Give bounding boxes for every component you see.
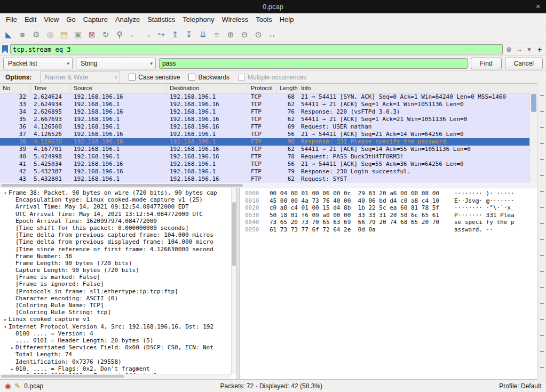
scrollbar-thumb[interactable] <box>1 184 243 187</box>
close-window-button[interactable]: × <box>533 2 543 11</box>
resize-columns-icon[interactable]: ↔ <box>266 28 279 41</box>
zoom-out-icon[interactable]: ⊖ <box>238 28 251 41</box>
detail-line[interactable]: Frame Length: 90 bytes (720 bits) <box>0 260 236 267</box>
zoom-original-icon[interactable]: ⊙ <box>252 28 265 41</box>
menu-item-statistics[interactable]: Statistics <box>144 14 179 25</box>
detail-line[interactable]: ▸Differentiated Services Field: 0x00 (DS… <box>0 344 236 351</box>
hex-row[interactable]: 0020c0 a8 c4 01 00 15 d4 8b 1b 22 5c ea … <box>245 204 537 212</box>
detail-line[interactable]: [Time delta from previous displayed fram… <box>0 238 236 245</box>
details-hscrollbar[interactable] <box>0 374 232 379</box>
column-header-no[interactable]: No. <box>0 84 31 93</box>
packet-row[interactable]: 342.626895192.168.196.16192.168.196.1FTP… <box>0 108 530 116</box>
scrollbar-thumb[interactable] <box>1 375 124 378</box>
capture-comment-icon[interactable]: ✎ <box>14 382 20 390</box>
find-input[interactable] <box>159 58 468 69</box>
packet-row[interactable]: 415.425034192.168.196.16192.168.196.1TCP… <box>0 161 530 168</box>
menu-item-capture[interactable]: Capture <box>80 14 112 25</box>
packet-row[interactable]: 425.432387192.168.196.16192.168.196.1FTP… <box>0 168 530 175</box>
clear-filter-icon[interactable]: ⊗ <box>505 45 513 53</box>
multiple-occurrences-checkbox[interactable]: Multiple occurrences <box>238 74 306 81</box>
add-filter-button[interactable]: + <box>535 45 544 54</box>
menu-item-file[interactable]: File <box>2 14 21 25</box>
column-header-info[interactable]: Info <box>298 84 537 93</box>
find-scope-select[interactable]: Packet list <box>3 58 73 69</box>
expert-info-icon[interactable]: ◉ <box>5 382 11 390</box>
display-filter-input[interactable] <box>10 44 503 54</box>
menu-item-edit[interactable]: Edit <box>21 14 40 25</box>
go-last-icon[interactable]: ↧ <box>183 28 195 41</box>
detail-line[interactable]: Total Length: 74 <box>0 351 236 358</box>
filter-bookmark-icon[interactable] <box>2 45 8 53</box>
detail-line[interactable]: ▸Linux cooked capture v1 <box>0 316 236 323</box>
column-header-source[interactable]: Source <box>71 84 167 93</box>
go-to-packet-icon[interactable]: ↪ <box>155 28 168 41</box>
packet-row[interactable]: 405.424998192.168.196.1192.168.196.16FTP… <box>0 153 530 161</box>
cancel-button[interactable]: Cancel <box>505 58 543 69</box>
zoom-in-icon[interactable]: ⊕ <box>224 28 237 41</box>
capture-options-icon[interactable]: ⚙ <box>30 28 43 41</box>
expander-closed-icon[interactable]: ▸ <box>9 366 15 372</box>
detail-line[interactable]: [Time since reference or first frame: 4.… <box>0 246 236 253</box>
detail-line[interactable]: Identification: 0x7376 (29558) <box>0 358 236 365</box>
reload-file-icon[interactable]: ↻ <box>99 28 112 41</box>
detail-line[interactable]: ▸010. .... = Flags: 0x2, Don't fragment <box>0 365 236 372</box>
packet-row[interactable]: 322.624624192.168.196.16192.168.196.1TCP… <box>0 93 530 101</box>
filter-dropdown-icon[interactable]: ▾ <box>525 45 533 53</box>
hex-row[interactable]: 003050 18 01 f6 09 a0 00 00 33 33 31 20 … <box>245 212 537 219</box>
case-sensitive-checkbox[interactable]: Case sensitive <box>129 74 180 81</box>
packet-list-hscrollbar[interactable] <box>0 183 537 188</box>
hex-row[interactable]: 005061 73 73 77 6f 72 64 2e 0d 0aassword… <box>245 226 537 234</box>
column-header-length[interactable]: Length <box>277 84 298 93</box>
detail-line[interactable]: [Frame is marked: False] <box>0 274 236 281</box>
detail-line[interactable]: Frame Number: 38 <box>0 253 236 260</box>
menu-item-help[interactable]: Help <box>276 14 298 25</box>
hex-row[interactable]: 001045 00 00 4a 73 76 40 00 40 06 bd d4 … <box>245 197 537 205</box>
detail-line[interactable]: Character encoding: ASCII (0) <box>0 295 236 302</box>
packet-row[interactable]: 352.667693192.168.196.1192.168.196.16TCP… <box>0 116 530 123</box>
packet-row[interactable]: 435.432801192.168.196.1192.168.196.16FTP… <box>0 175 530 183</box>
detail-line[interactable]: Encapsulation type: Linux cooked-mode ca… <box>0 196 236 203</box>
detail-line[interactable]: [Frame is ignored: False] <box>0 281 236 287</box>
scrollbar-thumb[interactable] <box>531 94 536 112</box>
start-capture-icon[interactable]: ◣ <box>2 28 15 41</box>
column-header-destination[interactable]: Destination <box>167 84 248 93</box>
detail-line[interactable]: .... 0101 = Header Length: 20 bytes (5) <box>0 337 236 344</box>
packet-row[interactable]: 384.126630192.168.196.16192.168.196.1FTP… <box>0 138 530 146</box>
detail-line[interactable]: Capture Length: 90 bytes (720 bits) <box>0 267 236 274</box>
restart-capture-icon[interactable]: ◎ <box>44 28 57 41</box>
column-header-protocol[interactable]: Protocol <box>248 84 277 93</box>
save-file-icon[interactable]: ▣ <box>72 28 84 41</box>
detail-line[interactable]: [Time delta from previous captured frame… <box>0 231 236 238</box>
menu-item-analyze[interactable]: Analyze <box>112 14 144 25</box>
auto-scroll-icon[interactable]: ⇊ <box>196 28 209 41</box>
detail-line[interactable]: ▾Frame 38: Packet, 90 bytes on wire (720… <box>0 189 236 196</box>
go-forward-icon[interactable]: → <box>141 28 154 41</box>
go-first-icon[interactable]: ↥ <box>169 28 181 41</box>
packet-row[interactable]: 364.126500192.168.196.1192.168.196.16FTP… <box>0 123 530 131</box>
column-header-time[interactable]: Time <box>31 84 71 93</box>
packet-row[interactable]: 394.167701192.168.196.1192.168.196.16TCP… <box>0 146 530 153</box>
scrollbar-thumb[interactable] <box>232 202 236 266</box>
hex-row[interactable]: 004073 65 20 73 70 65 63 69 66 79 20 74 … <box>245 219 537 226</box>
go-back-icon[interactable]: ← <box>127 28 140 41</box>
detail-line[interactable]: [Time shift for this packet: 0.000000000… <box>0 225 236 231</box>
find-packet-icon[interactable]: ⚲ <box>113 28 126 41</box>
detail-line[interactable]: [Protocols in frame: sll:ethertype:ip:tc… <box>0 288 236 295</box>
statusbar-profile[interactable]: Profile: Default <box>499 382 541 390</box>
expander-closed-icon[interactable]: ▸ <box>2 316 9 323</box>
detail-line[interactable]: 0100 .... = Version: 4 <box>0 330 236 337</box>
expander-open-icon[interactable]: ▾ <box>2 190 9 196</box>
packet-list-scrollbar[interactable] <box>529 93 537 183</box>
charset-select[interactable]: Narrow & Wide <box>40 71 120 83</box>
details-vscrollbar[interactable] <box>231 188 236 374</box>
hex-row[interactable]: 000000 04 00 01 00 06 00 0c 29 83 20 a6 … <box>245 190 537 197</box>
expander-open-icon[interactable]: ▾ <box>2 324 9 330</box>
menu-item-tools[interactable]: Tools <box>252 14 275 25</box>
menu-item-telephony[interactable]: Telephony <box>179 14 218 25</box>
close-file-icon[interactable]: ⊠ <box>85 28 98 41</box>
menu-item-view[interactable]: View <box>40 14 62 25</box>
detail-line[interactable]: [Coloring Rule String: tcp] <box>0 309 236 316</box>
packet-row[interactable]: 374.126526192.168.196.16192.168.196.1TCP… <box>0 131 530 138</box>
packet-row[interactable]: 332.624934192.168.196.1192.168.196.16TCP… <box>0 101 530 108</box>
stop-capture-icon[interactable]: ■ <box>16 28 29 41</box>
